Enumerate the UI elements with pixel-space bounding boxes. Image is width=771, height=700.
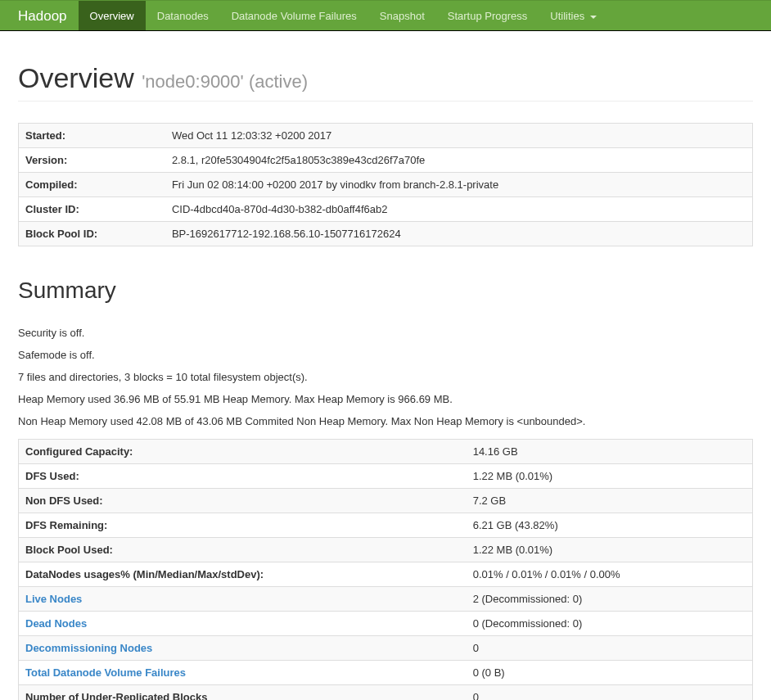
summary-row-label: Configured Capacity: (19, 440, 467, 464)
summary-row-label: DFS Remaining: (19, 513, 467, 538)
summary-row-value: 6.21 GB (43.82%) (467, 513, 753, 538)
overview-row-value: 2.8.1, r20fe5304904fc2f5a18053c389e43cd2… (165, 148, 753, 173)
summary-line: Security is off. (18, 327, 753, 339)
summary-row: Decommissioning Nodes0 (19, 636, 753, 661)
summary-line: Heap Memory used 36.96 MB of 55.91 MB He… (18, 393, 753, 405)
summary-row: DFS Used:1.22 MB (0.01%) (19, 464, 753, 489)
summary-row-link[interactable]: Decommissioning Nodes (25, 642, 152, 654)
summary-row-link[interactable]: Total Datanode Volume Failures (25, 666, 186, 679)
summary-row-value: 1.22 MB (0.01%) (467, 538, 753, 562)
overview-row-label: Block Pool ID: (19, 222, 165, 246)
nav-item-utilities[interactable]: Utilities (539, 1, 608, 30)
summary-row-value: 14.16 GB (467, 440, 753, 464)
summary-line: Non Heap Memory used 42.08 MB of 43.06 M… (18, 415, 753, 427)
summary-table: Configured Capacity:14.16 GBDFS Used:1.2… (18, 439, 753, 700)
summary-row-link[interactable]: Live Nodes (25, 593, 82, 605)
nav-item-overview[interactable]: Overview (79, 1, 146, 30)
overview-row-value: BP-1692617712-192.168.56.10-150771617262… (165, 222, 753, 246)
summary-row-value: 7.2 GB (467, 489, 753, 513)
summary-row-label: Dead Nodes (19, 612, 467, 636)
summary-row: Number of Under-Replicated Blocks0 (19, 685, 753, 701)
overview-row: Cluster ID:CID-4dbcd40a-870d-4d30-b382-d… (19, 197, 753, 222)
summary-row-label: Total Datanode Volume Failures (19, 661, 467, 685)
main-container: Overview 'node0:9000' (active) Started:W… (0, 62, 771, 700)
summary-row-value: 0 (467, 685, 753, 701)
nav-item-datanodes[interactable]: Datanodes (146, 1, 220, 30)
summary-row-value: 0 (467, 636, 753, 661)
brand[interactable]: Hadoop (11, 1, 79, 30)
summary-text: Security is off.Safemode is off.7 files … (18, 327, 753, 427)
page-title-text: Overview (18, 62, 134, 93)
overview-row: Started:Wed Oct 11 12:03:32 +0200 2017 (19, 124, 753, 148)
overview-row-label: Compiled: (19, 173, 165, 197)
summary-row-label: Decommissioning Nodes (19, 636, 467, 661)
page-title: Overview 'node0:9000' (active) (18, 62, 753, 102)
summary-row-label: Non DFS Used: (19, 489, 467, 513)
summary-row-label: DFS Used: (19, 464, 467, 489)
overview-row-value: CID-4dbcd40a-870d-4d30-b382-db0aff4f6ab2 (165, 197, 753, 222)
summary-heading: Summary (18, 278, 753, 304)
summary-row: Dead Nodes0 (Decommissioned: 0) (19, 612, 753, 636)
overview-row-label: Version: (19, 148, 165, 173)
nav-item-startup-progress[interactable]: Startup Progress (436, 1, 539, 30)
summary-row-link[interactable]: Dead Nodes (25, 617, 87, 630)
nav-item-snapshot[interactable]: Snapshot (368, 1, 436, 30)
summary-line: 7 files and directories, 3 blocks = 10 t… (18, 371, 753, 383)
summary-row: Live Nodes2 (Decommissioned: 0) (19, 587, 753, 612)
summary-row: DFS Remaining:6.21 GB (43.82%) (19, 513, 753, 538)
overview-row: Compiled:Fri Jun 02 08:14:00 +0200 2017 … (19, 173, 753, 197)
overview-row: Version:2.8.1, r20fe5304904fc2f5a18053c3… (19, 148, 753, 173)
summary-row-value: 0.01% / 0.01% / 0.01% / 0.00% (467, 562, 753, 587)
summary-row-value: 0 (0 B) (467, 661, 753, 685)
overview-row: Block Pool ID:BP-1692617712-192.168.56.1… (19, 222, 753, 246)
summary-row: Non DFS Used:7.2 GB (19, 489, 753, 513)
summary-row-value: 1.22 MB (0.01%) (467, 464, 753, 489)
summary-row-label: Number of Under-Replicated Blocks (19, 685, 467, 701)
nav-item-datanode-volume-failures[interactable]: Datanode Volume Failures (220, 1, 368, 30)
chevron-down-icon (590, 16, 597, 19)
overview-row-value: Wed Oct 11 12:03:32 +0200 2017 (165, 124, 753, 148)
summary-line: Safemode is off. (18, 349, 753, 361)
page-title-sub: 'node0:9000' (active) (142, 71, 308, 92)
summary-row-value: 2 (Decommissioned: 0) (467, 587, 753, 612)
summary-row-value: 0 (Decommissioned: 0) (467, 612, 753, 636)
overview-row-label: Cluster ID: (19, 197, 165, 222)
summary-row-label: Live Nodes (19, 587, 467, 612)
summary-row: Total Datanode Volume Failures0 (0 B) (19, 661, 753, 685)
overview-table: Started:Wed Oct 11 12:03:32 +0200 2017Ve… (18, 123, 753, 246)
summary-row: Block Pool Used:1.22 MB (0.01%) (19, 538, 753, 562)
summary-row-label: DataNodes usages% (Min/Median/Max/stdDev… (19, 562, 467, 587)
summary-row: DataNodes usages% (Min/Median/Max/stdDev… (19, 562, 753, 587)
overview-row-label: Started: (19, 124, 165, 148)
overview-row-value: Fri Jun 02 08:14:00 +0200 2017 by vinodk… (165, 173, 753, 197)
summary-row-label: Block Pool Used: (19, 538, 467, 562)
navbar: Hadoop OverviewDatanodesDatanode Volume … (0, 0, 771, 31)
summary-row: Configured Capacity:14.16 GB (19, 440, 753, 464)
